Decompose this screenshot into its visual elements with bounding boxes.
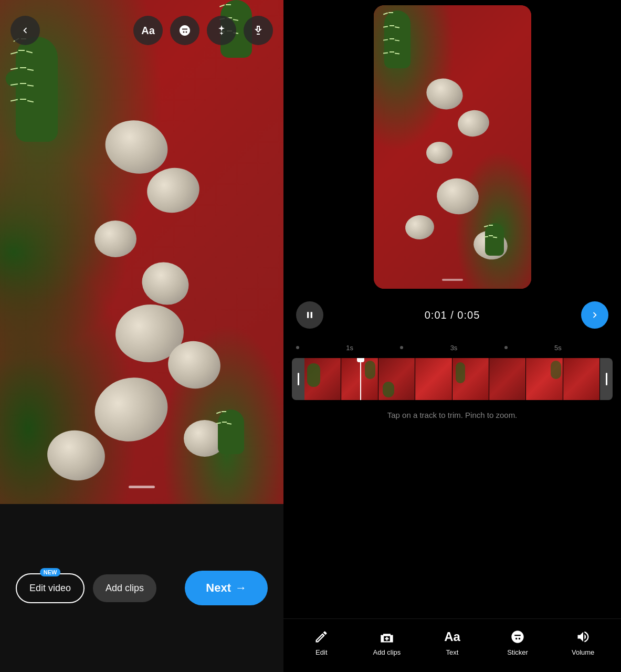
timeline-frame[interactable] [563,358,600,400]
rock-sm [423,75,466,113]
edit-video-label: Edit video [29,583,71,593]
add-clips-label-right: Add clips [373,648,401,656]
rock [143,164,203,217]
ruler-label-1s: 1s [299,344,400,352]
text-button[interactable]: Aa [133,16,163,45]
handle-icon [298,373,299,385]
edit-icon [314,629,329,644]
timeline-ruler: 1s 3s 5s [292,341,613,354]
effects-button[interactable] [207,16,236,45]
swipe-handle [129,486,155,488]
download-button[interactable] [244,16,273,45]
ruler-label-3s: 3s [403,344,504,352]
effects-icon [215,24,228,37]
left-panel: Aa [0,0,283,672]
text-tool-icon: Aa [444,629,460,644]
cactus-small [210,410,252,462]
video-preview-left: Aa [0,0,283,504]
timeline-frame[interactable] [526,358,563,400]
rock-sm [456,108,491,139]
rock-sm [404,214,435,241]
next-arrow-icon [589,309,601,321]
add-clips-icon [380,629,394,644]
ruler-label-5s: 5s [508,344,608,352]
edit-video-button[interactable]: NEW Edit video [16,573,85,603]
time-total: 0:05 [457,309,480,321]
timeline-section: 1s 3s 5s [283,341,621,400]
hint-text: Tap on a track to trim. Pinch to zoom. [283,411,621,419]
rock [136,256,195,311]
download-icon [252,24,265,37]
rock [88,370,175,449]
bottom-toolbar-right: Edit Add clips Aa Text Sticker [283,618,621,672]
back-icon [19,25,31,36]
timeline-handle-right[interactable] [600,358,613,400]
tool-edit[interactable]: Edit [306,629,337,656]
new-badge: NEW [40,568,61,576]
right-panel: 0:01 / 0:05 1s 3s 5s [283,0,621,672]
tool-volume[interactable]: Volume [567,629,599,656]
rock [94,220,136,257]
cactus-sm [379,10,421,79]
handle-icon-right [606,373,607,385]
sticker-label-right: Sticker [507,648,528,656]
add-clips-label: Add clips [106,583,144,593]
sticker-tool-icon [510,629,525,644]
video-preview-right [374,5,531,289]
timeline-frame[interactable] [489,358,526,400]
text-icon: Aa [141,25,155,37]
rock-sm [426,142,452,164]
timeline-frame[interactable] [415,358,452,400]
time-display: 0:01 / 0:05 [425,309,480,321]
text-label-right: Text [446,648,459,656]
playback-controls: 0:01 / 0:05 [283,293,621,337]
bottom-buttons: NEW Edit video Add clips [16,573,156,603]
next-label: Next [206,581,231,595]
time-separator: / [450,309,457,321]
swipe-handle-small [442,279,463,281]
volume-label: Volume [572,648,594,656]
tool-text[interactable]: Aa Text [436,629,468,656]
next-button[interactable]: Next → [185,571,268,605]
rock-sm [434,176,481,217]
time-current: 0:01 [425,309,447,321]
timeline-strip[interactable] [292,358,613,400]
sticker-icon [178,24,191,37]
next-arrow-icon: → [235,581,247,595]
toolbar-right: Aa [133,16,273,45]
video-background [0,0,283,504]
play-pause-button[interactable] [296,301,323,329]
pause-icon [304,310,315,320]
edit-label: Edit [315,648,327,656]
sticker-button[interactable] [170,16,199,45]
timeline-frame[interactable] [304,358,341,400]
timeline-frame[interactable] [378,358,415,400]
next-clip-button[interactable] [581,301,608,329]
add-clips-button-left[interactable]: Add clips [93,574,156,602]
volume-icon [576,629,591,644]
timeline-frames [304,358,600,400]
playhead[interactable] [360,358,361,400]
cactus-sm-2 [481,223,510,262]
tool-add-clips[interactable]: Add clips [371,629,403,656]
playhead-knob [357,358,364,362]
bottom-bar-left: NEW Edit video Add clips Next → [0,504,283,672]
tool-sticker[interactable]: Sticker [502,629,533,656]
timeline-handle-left[interactable] [292,358,304,400]
back-button[interactable] [10,16,40,45]
video-background-small [374,5,531,289]
top-toolbar: Aa [0,16,283,45]
timeline-frame[interactable] [452,358,489,400]
rock [44,427,108,484]
